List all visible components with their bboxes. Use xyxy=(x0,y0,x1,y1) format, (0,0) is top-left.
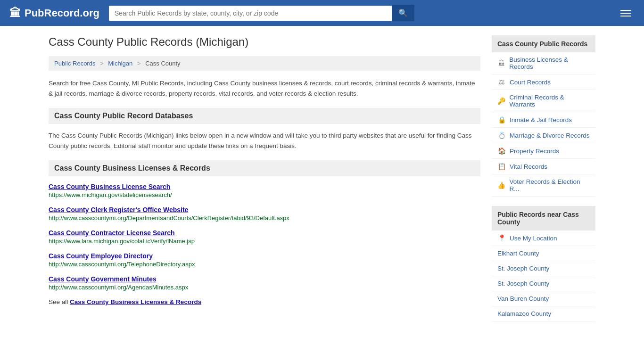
search-button[interactable]: 🔍 xyxy=(392,5,414,21)
search-area: 🔍 xyxy=(109,5,607,21)
record-title[interactable]: Cass County Contractor License Search xyxy=(49,229,175,237)
sidebar-item-icon: 💍 xyxy=(497,132,506,139)
sidebar-item[interactable]: 🔒Inmate & Jail Records xyxy=(492,112,595,128)
sidebar-item-label: Inmate & Jail Records xyxy=(510,116,572,123)
nearby-county[interactable]: St. Joseph County xyxy=(492,276,595,291)
record-url: http://www.casscountymi.org/Departmentsa… xyxy=(49,214,480,222)
search-input[interactable] xyxy=(109,6,392,21)
record-url: https://www.michigan.gov/statelicensesea… xyxy=(49,191,480,198)
page-description: Search for free Cass County, MI Public R… xyxy=(49,78,480,99)
sidebar-item-label: Court Records xyxy=(510,79,551,86)
menu-icon xyxy=(620,10,631,11)
nearby-label: Elkhart County xyxy=(497,250,539,257)
record-url: http://www.casscountymi.org/AgendasMinut… xyxy=(49,284,480,291)
main-content: Cass County Public Records (Michigan) Pu… xyxy=(49,35,480,331)
menu-icon xyxy=(620,16,631,16)
nearby-county[interactable]: St. Joseph County xyxy=(492,261,595,276)
sidebar-item[interactable]: 🏠Property Records xyxy=(492,143,595,159)
sidebar-item[interactable]: 👍Voter Records & Election R... xyxy=(492,174,595,197)
menu-icon xyxy=(620,13,631,14)
sidebar-item-icon: ⚖ xyxy=(497,78,506,86)
record-entry: Cass County Business License Search http… xyxy=(49,183,480,198)
sidebar-item[interactable]: ⚖Court Records xyxy=(492,74,595,90)
db-section-header: Cass County Public Record Databases xyxy=(49,108,480,124)
sidebar-section-cass: Cass County Public Records 🏛Business Lic… xyxy=(492,35,595,197)
nearby-label: Use My Location xyxy=(510,235,557,242)
sidebar-item-label: Vital Records xyxy=(510,163,547,170)
nearby-county[interactable]: Elkhart County xyxy=(492,246,595,261)
sidebar: Cass County Public Records 🏛Business Lic… xyxy=(492,35,595,331)
record-entry: Cass County Clerk Register's Office Webs… xyxy=(49,206,480,222)
nearby-label: Kalamazoo County xyxy=(497,310,551,317)
breadcrumb: Public Records > Michigan > Cass County xyxy=(49,56,480,71)
location-icon: 📍 xyxy=(497,234,506,242)
sidebar-section-nearby: Public Records near Cass County 📍Use My … xyxy=(492,206,595,321)
sidebar-section1-header: Cass County Public Records xyxy=(492,35,595,52)
breadcrumb-michigan[interactable]: Michigan xyxy=(108,60,132,67)
record-entry: Cass County Employee Directory http://ww… xyxy=(49,252,480,268)
use-my-location[interactable]: 📍Use My Location xyxy=(492,230,595,246)
sidebar-section2-header: Public Records near Cass County xyxy=(492,206,595,230)
sidebar-item-label: Voter Records & Election R... xyxy=(510,178,590,192)
see-all: See all Cass County Business Licenses & … xyxy=(49,298,480,305)
building-icon: 🏛 xyxy=(9,7,21,20)
sidebar-item[interactable]: 📋Vital Records xyxy=(492,159,595,174)
sidebar-item-label: Criminal Records & Warrants xyxy=(510,94,590,108)
sidebar-item-icon: 👍 xyxy=(497,181,506,189)
record-title[interactable]: Cass County Government Minutes xyxy=(49,275,157,283)
page-title: Cass County Public Records (Michigan) xyxy=(49,35,480,49)
logo-text: PubRecord.org xyxy=(25,7,99,19)
sidebar-item-label: Marriage & Divorce Records xyxy=(510,132,590,139)
biz-section-header: Cass County Business Licenses & Records xyxy=(49,160,480,176)
record-entry: Cass County Government Minutes http://ww… xyxy=(49,275,480,291)
nearby-label: Van Buren County xyxy=(497,295,549,302)
record-title[interactable]: Cass County Business License Search xyxy=(49,183,170,190)
sidebar-nearby: 📍Use My LocationElkhart CountySt. Joseph… xyxy=(492,230,595,321)
record-entry: Cass County Contractor License Search ht… xyxy=(49,229,480,245)
sidebar-item[interactable]: 🔑Criminal Records & Warrants xyxy=(492,90,595,112)
sidebar-item-label: Property Records xyxy=(510,148,559,155)
logo[interactable]: 🏛 PubRecord.org xyxy=(9,7,99,20)
record-title[interactable]: Cass County Employee Directory xyxy=(49,252,153,260)
db-description: The Cass County Public Records (Michigan… xyxy=(49,131,480,151)
sidebar-items: 🏛Business Licenses & Records⚖Court Recor… xyxy=(492,52,595,197)
records-list: Cass County Business License Search http… xyxy=(49,183,480,291)
sidebar-item-label: Business Licenses & Records xyxy=(509,56,590,70)
record-url: https://www.lara.michigan.gov/colaLicVer… xyxy=(49,238,480,245)
breadcrumb-cass-county: Cass County xyxy=(145,60,180,67)
sidebar-item[interactable]: 🏛Business Licenses & Records xyxy=(492,52,595,74)
sidebar-item[interactable]: 💍Marriage & Divorce Records xyxy=(492,128,595,143)
sidebar-item-icon: 🏠 xyxy=(497,147,506,155)
sidebar-item-icon: 🔑 xyxy=(497,97,506,105)
nearby-county[interactable]: Kalamazoo County xyxy=(492,306,595,321)
nearby-label: St. Joseph County xyxy=(497,280,549,287)
record-title[interactable]: Cass County Clerk Register's Office Webs… xyxy=(49,206,188,214)
sidebar-item-icon: 🔒 xyxy=(497,116,506,123)
menu-button[interactable] xyxy=(617,6,635,20)
nearby-label: St. Joseph County xyxy=(497,265,549,272)
sidebar-item-icon: 📋 xyxy=(497,163,506,170)
nearby-county[interactable]: Van Buren County xyxy=(492,291,595,306)
see-all-link[interactable]: Cass County Business Licenses & Records xyxy=(70,298,201,305)
record-url: http://www.casscountymi.org/TelephoneDir… xyxy=(49,261,480,268)
sidebar-item-icon: 🏛 xyxy=(497,59,505,67)
breadcrumb-public-records[interactable]: Public Records xyxy=(54,60,95,67)
